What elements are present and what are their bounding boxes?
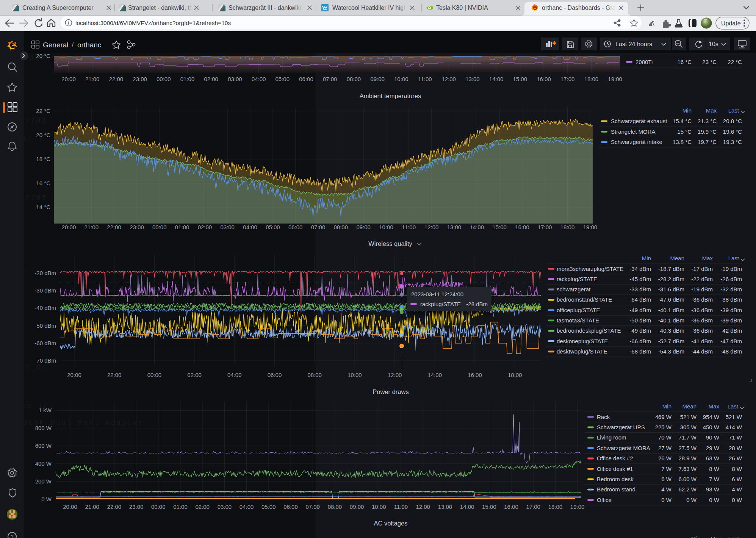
svg-text:Tesla K80 | NVIDIA: Tesla K80 | NVIDIA: [436, 5, 488, 11]
svg-text:Last 24 hours: Last 24 hours: [615, 41, 652, 47]
svg-text:Update: Update: [721, 20, 741, 27]
svg-text:Creating A Supercomputer: Creating A Supercomputer: [22, 5, 94, 11]
svg-text:?: ?: [11, 534, 13, 538]
svg-text:localhost:3000/d/6Vf0MVFVz/ort: localhost:3000/d/6Vf0MVFVz/orthanc?orgId…: [75, 20, 231, 26]
svg-text:10s: 10s: [709, 41, 718, 47]
svg-text:Watercool Heatkiller IV high: Watercool Heatkiller IV high: [332, 5, 407, 11]
